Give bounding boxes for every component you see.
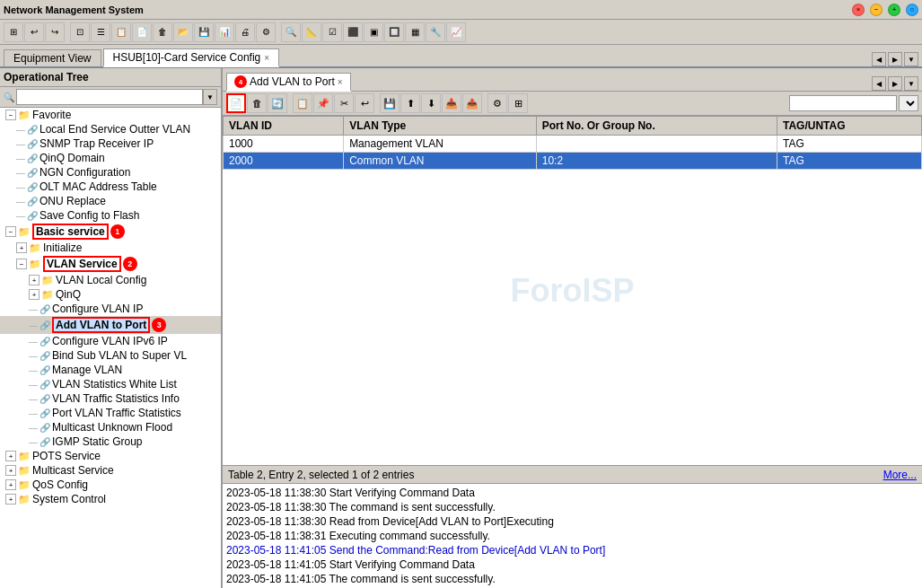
win-close[interactable]: ×	[852, 4, 865, 16]
tree-item-igmp-static[interactable]: — 🔗 IGMP Static Group	[0, 434, 221, 449]
tree-item-initialize[interactable]: + 📁 Initialize	[0, 241, 221, 255]
right-search-dropdown[interactable]	[899, 95, 918, 111]
rtb-import[interactable]: 📥	[442, 93, 461, 113]
tab-nav-left[interactable]: ◀	[872, 52, 886, 66]
tree-item-vlan-local[interactable]: + 📁 VLAN Local Config	[0, 273, 221, 287]
tree-label-qos: QoS Config	[32, 478, 88, 491]
tree-search-input[interactable]	[16, 89, 203, 105]
win-info[interactable]: ○	[906, 4, 918, 16]
rtb-new[interactable]: 📄	[226, 93, 246, 113]
right-nav-down[interactable]: ▼	[904, 76, 918, 91]
toolbar-btn-22[interactable]: 📈	[446, 22, 466, 42]
rtb-copy[interactable]: 📋	[293, 93, 312, 113]
tree-item-vlan-stats-white[interactable]: — 🔗 VLAN Statistics White List	[0, 377, 221, 391]
right-nav-right[interactable]: ▶	[888, 76, 902, 91]
toolbar-btn-6[interactable]: 📋	[111, 22, 131, 42]
toolbar-btn-19[interactable]: 🔲	[384, 22, 404, 42]
right-tab-close-icon[interactable]: ×	[338, 77, 343, 87]
expand-basic-service[interactable]: −	[5, 226, 16, 237]
toolbar-btn-5[interactable]: ☰	[91, 22, 110, 42]
rtb-refresh[interactable]: 🔄	[268, 93, 287, 113]
toolbar-btn-21[interactable]: 🔧	[426, 22, 445, 42]
tree-item-onu[interactable]: — 🔗 ONU Replace	[0, 194, 221, 208]
toolbar-btn-16[interactable]: ☑	[322, 22, 342, 42]
toolbar-btn-17[interactable]: ⬛	[343, 22, 363, 42]
tree-item-olt-mac[interactable]: — 🔗 OLT MAC Address Table	[0, 180, 221, 194]
right-nav-left[interactable]: ◀	[872, 76, 886, 91]
expand-initialize[interactable]: +	[16, 242, 27, 253]
toolbar-btn-7[interactable]: 📄	[132, 22, 152, 42]
col-port-no[interactable]: Port No. Or Group No.	[536, 117, 777, 136]
toolbar-btn-11[interactable]: 📊	[215, 22, 234, 42]
tree-item-save-config[interactable]: — 🔗 Save Config to Flash	[0, 208, 221, 223]
tree-item-snmp[interactable]: — 🔗 SNMP Trap Receiver IP	[0, 136, 221, 151]
expand-qinq[interactable]: +	[29, 289, 40, 300]
expand-vlan-local[interactable]: +	[29, 275, 40, 285]
tree-item-multicast-service[interactable]: + 📁 Multicast Service	[0, 463, 221, 478]
tree-item-add-vlan-port[interactable]: — 🔗 Add VLAN to Port 3	[0, 316, 221, 334]
expand-qos[interactable]: +	[5, 479, 16, 490]
rtb-cut[interactable]: ✂	[334, 93, 354, 113]
expand-vlan-service[interactable]: −	[16, 259, 27, 269]
expand-pots[interactable]: +	[5, 451, 16, 461]
more-link[interactable]: More...	[883, 469, 917, 481]
rtb-upload[interactable]: ⬆	[400, 93, 420, 113]
tab-nav-right[interactable]: ▶	[888, 52, 902, 66]
tab-equipment-view[interactable]: Equipment View	[4, 49, 101, 66]
tree-item-qinq-domain[interactable]: — 🔗 QinQ Domain	[0, 151, 221, 165]
toolbar-btn-20[interactable]: ▦	[405, 22, 425, 42]
rtb-save-cfg[interactable]: 💾	[380, 93, 400, 113]
expand-favorite[interactable]: −	[5, 110, 16, 120]
rtb-grid[interactable]: ⊞	[508, 93, 528, 113]
tab-nav-down[interactable]: ▼	[904, 52, 918, 66]
toolbar-btn-15[interactable]: 📐	[302, 22, 321, 42]
toolbar-btn-14[interactable]: 🔍	[281, 22, 301, 42]
search-dropdown-btn[interactable]: ▼	[203, 89, 217, 105]
tree-item-system-control[interactable]: + 📁 System Control	[0, 492, 221, 506]
toolbar-btn-18[interactable]: ▣	[364, 22, 383, 42]
tree-item-local-end[interactable]: — 🔗 Local End Service Outter VLAN	[0, 122, 221, 136]
tree-item-vlan-service[interactable]: − 📁 VLAN Service 2	[0, 255, 221, 273]
toolbar-btn-3[interactable]: ↪	[45, 22, 65, 42]
tree-item-bind-sub-vlan[interactable]: — 🔗 Bind Sub VLAN to Super VL	[0, 348, 221, 363]
col-vlan-id[interactable]: VLAN ID	[224, 117, 344, 136]
toolbar-btn-8[interactable]: 🗑	[153, 22, 172, 42]
tree-item-manage-vlan[interactable]: — 🔗 Manage VLAN	[0, 363, 221, 377]
table-row[interactable]: 1000 Management VLAN TAG	[224, 136, 922, 153]
tree-item-qinq[interactable]: + 📁 QinQ	[0, 287, 221, 302]
tab-close-icon[interactable]: ×	[264, 53, 269, 63]
expand-system-control[interactable]: +	[5, 494, 16, 505]
right-tab-add-vlan-port[interactable]: 4 Add VLAN to Port ×	[226, 73, 351, 92]
rtb-paste[interactable]: 📌	[313, 93, 333, 113]
tree-item-multicast-unknown[interactable]: — 🔗 Multicast Unknown Flood	[0, 420, 221, 434]
tree-item-port-vlan-traffic[interactable]: — 🔗 Port VLAN Traffic Statistics	[0, 406, 221, 420]
table-row-selected[interactable]: 2000 Common VLAN 10:2 TAG	[224, 153, 922, 170]
win-min[interactable]: −	[870, 4, 882, 16]
rtb-undo[interactable]: ↩	[355, 93, 374, 113]
col-vlan-type[interactable]: VLAN Type	[344, 117, 537, 136]
rtb-download[interactable]: ⬇	[421, 93, 441, 113]
col-tag-untag[interactable]: TAG/UNTAG	[777, 117, 922, 136]
rtb-export[interactable]: 📤	[462, 93, 482, 113]
expand-multicast[interactable]: +	[5, 465, 16, 476]
tree-item-vlan-traffic-info[interactable]: — 🔗 VLAN Traffic Statistics Info	[0, 391, 221, 406]
win-max[interactable]: +	[888, 4, 900, 16]
tree-item-favorite[interactable]: − 📁 Favorite	[0, 108, 221, 122]
toolbar-btn-12[interactable]: 🖨	[235, 22, 255, 42]
toolbar-btn-10[interactable]: 💾	[194, 22, 214, 42]
tree-item-qos[interactable]: + 📁 QoS Config	[0, 478, 221, 492]
toolbar-btn-13[interactable]: ⚙	[256, 22, 276, 42]
toolbar-btn-1[interactable]: ⊞	[4, 22, 23, 42]
rtb-gear[interactable]: ⚙	[487, 93, 507, 113]
rtb-delete[interactable]: 🗑	[247, 93, 267, 113]
tree-item-configure-vlan-ipv6[interactable]: — 🔗 Configure VLAN IPv6 IP	[0, 334, 221, 348]
tree-item-pots-service[interactable]: + 📁 POTS Service	[0, 449, 221, 463]
toolbar-btn-9[interactable]: 📂	[173, 22, 193, 42]
right-search-input[interactable]	[789, 95, 897, 111]
tree-item-basic-service[interactable]: − 📁 Basic service 1	[0, 223, 221, 241]
toolbar-btn-4[interactable]: ⊡	[70, 22, 90, 42]
tab-card-service[interactable]: HSUB[10]-Card Service Config ×	[103, 48, 280, 67]
tree-item-configure-vlan-ip[interactable]: — 🔗 Configure VLAN IP	[0, 302, 221, 316]
tree-item-ngn[interactable]: — 🔗 NGN Configuration	[0, 165, 221, 180]
toolbar-btn-2[interactable]: ↩	[24, 22, 44, 42]
